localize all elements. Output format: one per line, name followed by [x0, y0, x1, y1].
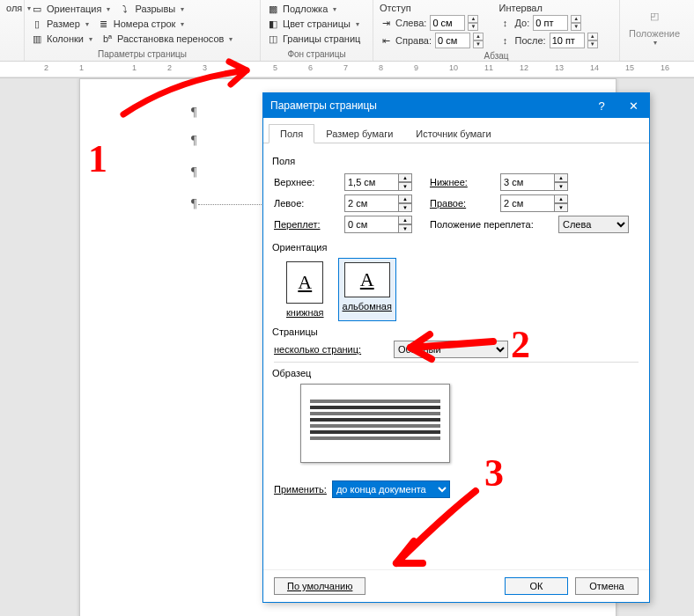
orientation-button[interactable]: ▭ Ориентация▾ — [28, 2, 113, 16]
ribbon: оля▾ ▭ Ориентация▾ ⤵ Разрывы▾ ▯ Размер▾ — [0, 0, 694, 62]
gutter-input[interactable] — [344, 216, 399, 233]
watermark-icon: ▩ — [267, 3, 279, 15]
orientation-section-label: Ориентация — [272, 242, 639, 253]
right-margin-label: Правое: — [430, 198, 495, 209]
page-color-icon: ◧ — [267, 18, 279, 30]
indent-left-label: Слева: — [395, 18, 426, 28]
line-numbers-button[interactable]: ≣ Номера строк▾ — [95, 17, 188, 31]
breaks-button[interactable]: ⤵ Разрывы▾ — [116, 2, 187, 16]
horizontal-ruler[interactable]: 21 12 34 56 78 910 1112 1314 1516 — [0, 62, 694, 77]
indent-left-icon: ⇥ — [380, 17, 392, 29]
breaks-icon: ⤵ — [119, 3, 131, 15]
orientation-icon: ▭ — [31, 3, 43, 15]
gutter-label: Переплет: — [274, 219, 339, 230]
paragraph-mark: ¶ — [191, 197, 196, 211]
page-setup-group-label: Параметры страницы — [28, 48, 256, 61]
decrement-icon[interactable]: ▼ — [468, 23, 478, 31]
gutter-pos-label: Положение переплета: — [430, 219, 553, 230]
paragraph-group-label: Абзац — [377, 49, 616, 62]
spacing-after-input[interactable] — [550, 33, 585, 48]
page-borders-button[interactable]: ◫ Границы страниц — [264, 32, 369, 46]
columns-icon: ▥ — [31, 33, 43, 45]
ok-button[interactable]: ОК — [505, 577, 568, 595]
line-numbers-icon: ≣ — [98, 18, 110, 30]
spacing-after-label: После: — [515, 35, 546, 46]
spacing-before-input[interactable] — [533, 15, 568, 31]
spacing-before-icon: ↕ — [499, 17, 512, 29]
indent-right-icon: ⇤ — [380, 34, 392, 47]
margins-button[interactable]: оля▾ — [4, 2, 20, 14]
hyphenation-button[interactable]: bª Расстановка переносов▾ — [99, 32, 235, 46]
ribbon-group-page-setup: ▭ Ориентация▾ ⤵ Разрывы▾ ▯ Размер▾ ≣ Ном… — [25, 0, 261, 61]
tab-fields[interactable]: Поля — [269, 124, 314, 143]
close-button[interactable]: ✕ — [617, 93, 649, 118]
spacing-before-label: До: — [515, 18, 530, 28]
page-setup-dialog: Параметры страницы ? ✕ Поля Размер бумаг… — [262, 92, 650, 603]
sample-preview — [300, 384, 450, 463]
ribbon-group-arrange: ◰ Положение ▾ — [620, 0, 689, 61]
paragraph-mark: ¶ — [191, 106, 196, 120]
apply-to-select[interactable]: до конца документа — [332, 480, 450, 498]
portrait-orientation-button[interactable]: A книжная — [283, 258, 328, 321]
ribbon-group-page-background: ▩ Подложка▾ ◧ Цвет страницы▾ ◫ Границы с… — [261, 0, 373, 61]
portrait-icon: A — [286, 261, 323, 304]
indent-right-input[interactable] — [435, 33, 470, 48]
landscape-orientation-button[interactable]: A альбомная — [338, 258, 396, 321]
indent-left-input[interactable] — [430, 15, 465, 31]
ribbon-group-fields: оля▾ — [0, 0, 25, 61]
sample-section-label: Образец — [272, 368, 639, 378]
position-button[interactable]: ◰ Положение ▾ — [624, 2, 685, 48]
dialog-tabs: Поля Размер бумаги Источник бумаги — [263, 118, 649, 143]
dialog-titlebar: Параметры страницы ? ✕ — [263, 93, 649, 118]
spacing-after-icon: ↕ — [499, 34, 512, 47]
page-color-button[interactable]: ◧ Цвет страницы▾ — [264, 17, 369, 31]
apply-label: Применить: — [274, 484, 327, 495]
position-icon: ◰ — [642, 4, 667, 28]
spacing-section-label: Интервал — [497, 2, 616, 14]
gutter-pos-select[interactable]: Слева — [558, 216, 629, 233]
paragraph-mark: ¶ — [191, 134, 196, 148]
cancel-button[interactable]: Отмена — [575, 577, 639, 595]
paragraph-mark: ¶ — [191, 165, 196, 180]
right-margin-input[interactable] — [500, 194, 555, 212]
page-bg-group-label: Фон страницы — [264, 48, 369, 61]
help-button[interactable]: ? — [586, 93, 617, 118]
dialog-title: Параметры страницы — [270, 99, 377, 112]
watermark-button[interactable]: ▩ Подложка▾ — [264, 2, 369, 16]
tab-paper-source[interactable]: Источник бумаги — [404, 124, 502, 143]
increment-icon[interactable]: ▲ — [468, 15, 478, 23]
bottom-margin-label: Нижнее: — [430, 177, 495, 187]
indent-section-label: Отступ — [377, 2, 497, 14]
multi-pages-select[interactable]: Обычный — [394, 341, 508, 358]
bottom-margin-input[interactable] — [500, 173, 555, 191]
columns-button[interactable]: ▥ Колонки▾ — [28, 32, 95, 46]
indent-right-label: Справа: — [395, 35, 432, 46]
multi-pages-label: несколько страниц: — [274, 344, 388, 355]
left-margin-label: Левое: — [274, 198, 339, 209]
left-margin-input[interactable] — [344, 194, 399, 212]
size-icon: ▯ — [31, 18, 43, 30]
top-margin-input[interactable] — [344, 173, 399, 191]
pages-section-label: Страницы — [272, 326, 639, 337]
size-button[interactable]: ▯ Размер▾ — [28, 17, 92, 31]
page-borders-icon: ◫ — [267, 33, 279, 45]
defaults-button[interactable]: По умолчанию — [274, 577, 365, 595]
landscape-icon: A — [344, 262, 390, 297]
hyphenation-icon: bª — [101, 33, 114, 45]
top-margin-label: Верхнее: — [274, 177, 339, 187]
ribbon-group-paragraph: Отступ ⇥ Слева: ▲▼ ⇤ Справа: ▲▼ — [373, 0, 620, 61]
tab-paper-size[interactable]: Размер бумаги — [314, 124, 404, 143]
fields-section-label: Поля — [272, 156, 639, 166]
